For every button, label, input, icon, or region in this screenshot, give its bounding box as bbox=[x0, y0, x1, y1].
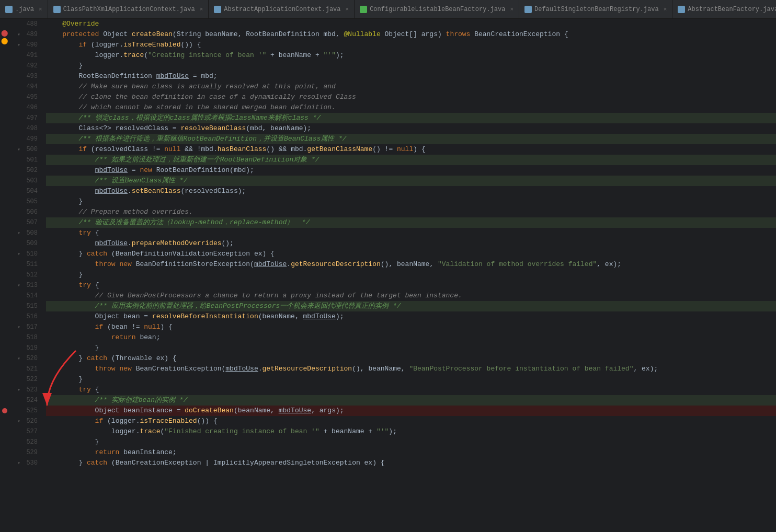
gutter-515: 515 bbox=[0, 301, 42, 311]
bug-icon: ⬤ bbox=[1, 29, 8, 37]
code-line-524: /** 实际创建bean的实例 */ bbox=[46, 395, 776, 406]
code-line-509: mbdToUse.prepareMethodOverrides(); bbox=[46, 238, 776, 249]
code-line-493: RootBeanDefinition mbdToUse = mbd; bbox=[46, 71, 776, 82]
tab-label-4: ConfigurableListableBeanFactory.java bbox=[370, 6, 505, 13]
gutter-524: 524 bbox=[0, 395, 42, 406]
gutter-493: 493 bbox=[0, 71, 42, 82]
gutter-527: 527 bbox=[0, 426, 42, 437]
gutter-499: 499 bbox=[0, 134, 42, 144]
code-line-519: } bbox=[46, 343, 776, 353]
gutter-508: ▾508 bbox=[0, 228, 42, 238]
warning-icon: ⬤ bbox=[1, 37, 8, 45]
code-line-526: if (logger.isTraceEnabled()) { bbox=[46, 416, 776, 426]
line-gutter: 488 ▾489 ▾490 491 492 493 494 495 496 49… bbox=[0, 19, 42, 532]
tab-configurable[interactable]: ConfigurableListableBeanFactory.java × bbox=[355, 0, 519, 19]
editor-body: 488 ▾489 ▾490 491 492 493 494 495 496 49… bbox=[0, 19, 776, 532]
editor-container: .java × ClassPathXmlApplicationContext.j… bbox=[0, 0, 776, 532]
code-line-525: Object beanInstance = doCreateBean(beanN… bbox=[46, 406, 776, 416]
tab-close-2[interactable]: × bbox=[200, 6, 203, 13]
breakpoint-marker[interactable] bbox=[2, 408, 7, 413]
code-line-510: } catch (BeanDefinitionValidationExcepti… bbox=[46, 249, 776, 259]
debugger-icons: ⬤ ⬤ bbox=[1, 29, 8, 45]
code-line-523: try { bbox=[46, 385, 776, 395]
gutter-502: 502 bbox=[0, 165, 42, 176]
gutter-500: ▾500 bbox=[0, 144, 42, 155]
code-line-501: /** 如果之前没处理过，就重新创建一个RootBeanDefinition对象… bbox=[46, 155, 776, 165]
code-line-514: // Give BeanPostProcessors a chance to r… bbox=[46, 291, 776, 301]
java-file-icon5 bbox=[524, 6, 532, 13]
code-line-516: Object bean = resolveBeforeInstantiation… bbox=[46, 311, 776, 322]
gutter-501: 501 bbox=[0, 155, 42, 165]
tab-defaultsingleton[interactable]: DefaultSingletonBeanRegistry.java × bbox=[519, 0, 672, 19]
code-line-499: /** 根据条件进行筛选，重新赋值RootBeanDefinition，并设置B… bbox=[46, 134, 776, 144]
gutter-497: 497 bbox=[0, 113, 42, 123]
tab-classpathxml[interactable]: ClassPathXmlApplicationContext.java × bbox=[48, 0, 209, 19]
code-line-492: } bbox=[46, 61, 776, 71]
gutter-511: 511 bbox=[0, 259, 42, 270]
tab-label-5: DefaultSingletonBeanRegistry.java bbox=[534, 6, 659, 13]
gutter-525: 525 bbox=[0, 406, 42, 416]
code-line-506: // Prepare method overrides. bbox=[46, 207, 776, 217]
gutter-505: 505 bbox=[0, 196, 42, 207]
code-line-505: } bbox=[46, 196, 776, 207]
code-line-515: /** 应用实例化前的前置处理器，给BeanPostProcessors一个机会… bbox=[46, 301, 776, 311]
code-line-518: return bean; bbox=[46, 332, 776, 343]
code-line-529: return beanInstance; bbox=[46, 447, 776, 458]
tab-close-4[interactable]: × bbox=[510, 6, 513, 13]
code-line-504: mbdToUse.setBeanClass(resolvedClass); bbox=[46, 186, 776, 196]
gutter-530: ▾530 bbox=[0, 458, 42, 468]
gutter-506: 506 bbox=[0, 207, 42, 217]
code-line-527: logger.trace("Finished creating instance… bbox=[46, 426, 776, 437]
tab-close-5[interactable]: × bbox=[664, 6, 667, 13]
code-line-507: /** 验证及准备覆盖的方法（lookup-method，replace-met… bbox=[46, 217, 776, 228]
tab-abstractapp[interactable]: AbstractApplicationContext.java × bbox=[209, 0, 355, 19]
gutter-488: 488 bbox=[0, 19, 42, 29]
java-file-icon6 bbox=[678, 6, 685, 13]
code-line-528: } bbox=[46, 437, 776, 447]
code-line-495: // clone the bean definition in case of … bbox=[46, 92, 776, 102]
gutter-523: ▾523 bbox=[0, 385, 42, 395]
java-file-icon bbox=[5, 6, 13, 13]
gutter-522: 522 bbox=[0, 374, 42, 385]
code-line-521: throw new BeanCreationException(mbdToUse… bbox=[46, 364, 776, 374]
code-line-497: /** 锁定class，根据设定的class属性或者根据className来解析… bbox=[46, 113, 776, 123]
java-file-icon2 bbox=[53, 6, 61, 13]
gutter-521: 521 bbox=[0, 364, 42, 374]
code-line-512: } bbox=[46, 270, 776, 280]
code-line-500: if (resolvedClass != null && !mbd.hasBea… bbox=[46, 144, 776, 155]
code-line-517: if (bean != null) { bbox=[46, 322, 776, 332]
gutter-519: 519 bbox=[0, 343, 42, 353]
tab-abstractbean[interactable]: AbstractBeanFactory.java × bbox=[672, 0, 776, 19]
tab-label-2: ClassPathXmlApplicationContext.java bbox=[63, 6, 195, 13]
code-line-520: } catch (Throwable ex) { bbox=[46, 353, 776, 364]
gutter-503: 503 bbox=[0, 176, 42, 186]
gutter-529: 529 bbox=[0, 447, 42, 458]
gutter-514: 514 bbox=[0, 291, 42, 301]
code-line-496: // which cannot be stored in the shared … bbox=[46, 102, 776, 113]
code-line-508: try { bbox=[46, 228, 776, 238]
code-editor[interactable]: @Override protected Object createBean(St… bbox=[42, 19, 776, 532]
gutter-517: ▾517 bbox=[0, 322, 42, 332]
gutter-528: 528 bbox=[0, 437, 42, 447]
java-file-icon3 bbox=[214, 6, 221, 13]
tab-bar: .java × ClassPathXmlApplicationContext.j… bbox=[0, 0, 776, 19]
gutter-526: ▾526 bbox=[0, 416, 42, 426]
code-line-498: Class<?> resolvedClass = resolveBeanClas… bbox=[46, 123, 776, 134]
tab-close-3[interactable]: × bbox=[346, 6, 349, 13]
gutter-498: 498 bbox=[0, 123, 42, 134]
code-line-511: throw new BeanDefinitionStoreException(m… bbox=[46, 259, 776, 270]
code-line-530: } catch (BeanCreationException | Implici… bbox=[46, 458, 776, 468]
gutter-496: 496 bbox=[0, 102, 42, 113]
code-line-502: mbdToUse = new RootBeanDefinition(mbd); bbox=[46, 165, 776, 176]
tab-label-6: AbstractBeanFactory.java bbox=[688, 6, 776, 13]
gutter-491: 491 bbox=[0, 50, 42, 61]
gutter-513: ▾513 bbox=[0, 280, 42, 291]
tab-label: .java bbox=[15, 6, 34, 13]
gutter-520: ▾520 bbox=[0, 353, 42, 364]
tab-java[interactable]: .java × bbox=[0, 0, 48, 19]
code-line-491: logger.trace("Creating instance of bean … bbox=[46, 50, 776, 61]
gutter-518: 518 bbox=[0, 332, 42, 343]
gutter-507: 507 bbox=[0, 217, 42, 228]
gutter-492: 492 bbox=[0, 61, 42, 71]
tab-close-button[interactable]: × bbox=[39, 6, 42, 13]
